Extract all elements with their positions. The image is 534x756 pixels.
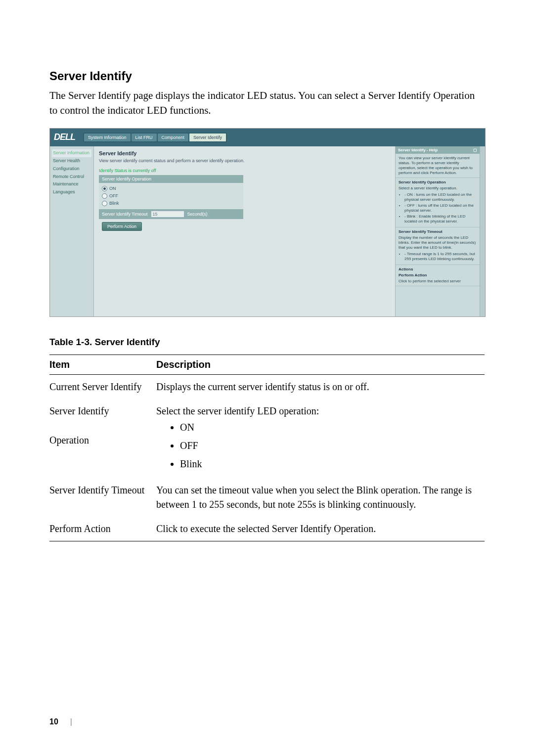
help-bullet: - OFF : turns off the LED located on the… [404,203,477,213]
help-bullet: - ON : turns on the LED located on the p… [404,192,477,202]
cell-item: Server Identify Operation [49,399,156,478]
cell-desc: You can set the timeout value when you s… [156,478,485,517]
table-caption: Table 1-3. Server Identify [49,337,485,348]
identify-status: Identify Status is currently off [99,168,390,173]
cell-desc: Displays the current server identify sta… [156,374,485,399]
scrollbar[interactable] [480,146,485,316]
sidebar-item-server-information[interactable]: Server Information [52,149,91,157]
document-page: Server Identify The Server Identify page… [0,0,534,756]
help-to-title: Server Identify Timeout [399,229,477,234]
timeout-row: Server Identify Timeout 15 Second(s) [99,209,243,219]
sidebar-item-server-health[interactable]: Server Health [52,157,91,165]
option-item: OFF [180,437,482,455]
tab-server-identify[interactable]: Server Identify [189,133,226,141]
help-header: Server Identify - Help ▢ [396,146,480,154]
sidebar-item-languages[interactable]: Languages [52,188,91,196]
help-op-title: Server Identify Operation [399,180,477,185]
operation-header: Server Identify Operation [99,175,243,183]
cell-item: Server Identify Timeout [49,478,156,517]
perform-action-button[interactable]: Perform Action [102,222,142,231]
option-item: ON [180,418,482,437]
radio-label: OFF [109,193,118,198]
top-tabs: System Information List FRU Component Se… [83,133,227,142]
tab-system-information[interactable]: System Information [84,133,131,141]
radio-icon [102,201,107,206]
action-row: Perform Action [99,219,243,234]
help-title: Server Identify - Help [398,148,438,152]
panel-heading: Server Identify [99,150,390,156]
panel-description: View server identify current status and … [99,158,390,163]
cell-desc: Click to execute the selected Server Ide… [156,517,485,541]
help-actions-title: Actions [399,267,477,272]
tab-component[interactable]: Component [158,133,189,141]
cell-desc-intro: Select the server identify LED operation… [156,404,482,418]
table-header-row: Item Description [49,355,485,374]
section-title: Server Identify [49,69,485,83]
help-actions: Actions Perform Action Click to perform … [396,265,480,286]
help-actions-sub: Perform Action [399,273,477,278]
radio-label: ON [109,186,116,191]
footer-separator: | [70,717,72,726]
table-row: Current Server Identify Displays the cur… [49,374,485,399]
help-intro: You can view your server identify curren… [396,154,480,178]
th-item: Item [49,355,156,374]
cell-item-line1: Server Identify [49,404,153,418]
cell-item-line2: Operation [49,433,153,447]
page-number: 10 [49,717,58,726]
radio-off[interactable]: OFF [102,192,240,200]
timeout-unit: Second(s) [187,212,208,217]
help-bullet: - Blink : Enable blinking of the LED loc… [404,214,477,224]
page-footer: 10 | [49,717,72,726]
help-panel: Server Identify - Help ▢ You can view yo… [395,146,480,316]
help-op-desc: Select a server identify operation. [399,186,457,190]
timeout-input[interactable]: 15 [151,211,184,218]
radio-on[interactable]: ON [102,185,240,192]
sidebar-item-configuration[interactable]: Configuration [52,165,91,173]
help-to-list: - Timeout range is 1 to 255 seconds, but… [404,252,477,262]
help-to-desc: Display the number of seconds the LED bl… [399,235,476,250]
table-row: Perform Action Click to execute the sele… [49,517,485,541]
options-list: ON OFF Blink [156,418,482,473]
screenshot-header: DELL System Information List FRU Compone… [50,129,485,146]
radio-icon [102,186,107,191]
cell-item: Current Server Identify [49,374,156,399]
sidebar-item-remote-control[interactable]: Remote Control [52,173,91,181]
intro-paragraph: The Server Identify page displays the in… [49,88,485,118]
sidebar-nav: Server Information Server Health Configu… [50,146,94,316]
table-row: Server Identify Timeout You can set the … [49,478,485,517]
main-panel: Server Identify View server identify cur… [94,146,395,316]
cell-item: Perform Action [49,517,156,541]
help-close-icon[interactable]: ▢ [473,148,477,152]
timeout-label: Server Identify Timeout [102,212,148,217]
th-description: Description [156,355,485,374]
cell-desc: Select the server identify LED operation… [156,399,485,478]
help-actions-desc: Click to perform the selected server [399,279,461,283]
info-table: Item Description Current Server Identify… [49,355,485,541]
option-item: Blink [180,455,482,473]
help-timeout: Server Identify Timeout Display the numb… [396,227,480,265]
screenshot: DELL System Information List FRU Compone… [49,128,486,317]
dell-logo: DELL [54,132,75,142]
help-bullet: - Timeout range is 1 to 255 seconds, but… [404,252,477,262]
help-operation: Server Identify Operation Select a serve… [396,178,480,227]
help-op-list: - ON : turns on the LED located on the p… [404,192,477,224]
tab-list-fru[interactable]: List FRU [132,133,157,141]
radio-icon [102,193,107,199]
screenshot-body: Server Information Server Health Configu… [50,146,485,316]
table-row: Server Identify Operation Select the ser… [49,399,485,478]
operation-options: ON OFF Blink [99,183,243,209]
sidebar-item-maintenance[interactable]: Maintenance [52,180,91,188]
radio-label: Blink [109,201,119,206]
radio-blink[interactable]: Blink [102,200,240,207]
